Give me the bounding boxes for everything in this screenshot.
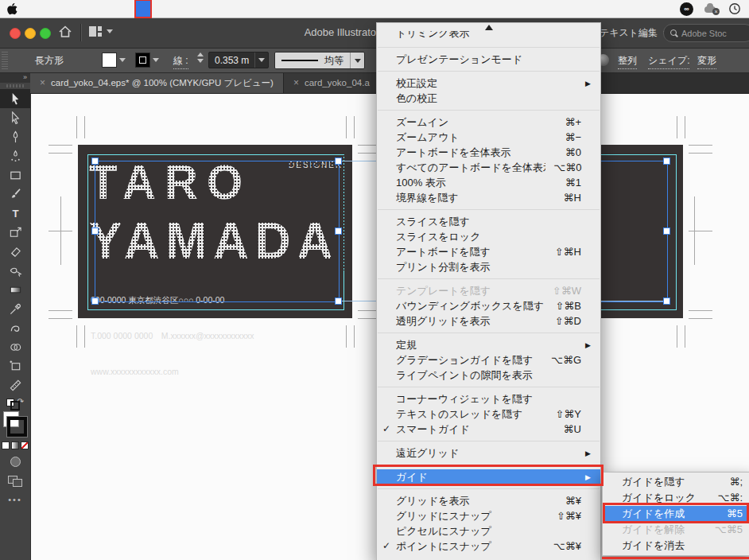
menubar-item[interactable] (72, 0, 87, 18)
panel-grip[interactable] (2, 51, 8, 69)
minimize-window-button[interactable] (25, 28, 36, 39)
time-machine-icon[interactable] (728, 2, 741, 15)
free-transform-tool[interactable] (0, 223, 30, 242)
selection-handle[interactable] (335, 298, 342, 305)
view-menu-item[interactable] (378, 47, 600, 48)
step-up-icon[interactable] (197, 52, 204, 56)
selection-handle[interactable] (335, 228, 342, 235)
selection-handle[interactable] (663, 228, 670, 235)
menubar-item[interactable] (151, 0, 167, 18)
home-button[interactable] (57, 25, 75, 41)
view-menu-item[interactable]: 透明グリッドを表示 ⇧⌘D (377, 313, 600, 329)
view-menu-item[interactable]: 定規 (377, 337, 600, 352)
view-menu-item[interactable]: スライスを隠す (377, 214, 600, 229)
guides-submenu-item[interactable]: ガイドを隠す ⌘; (603, 474, 749, 490)
color-mode-bar[interactable] (0, 439, 30, 452)
apple-menu[interactable] (0, 2, 24, 16)
menu-scroll-up[interactable] (377, 23, 600, 31)
stroke-weight-field[interactable]: 0.353 m (208, 52, 269, 68)
view-menu-item[interactable]: ズームアウト ⌘− (377, 130, 600, 145)
view-menu-item[interactable] (378, 71, 600, 72)
menubar-item[interactable] (87, 0, 103, 18)
adobe-stock-search[interactable]: Adobe Stoc (663, 24, 749, 42)
view-menu-item[interactable]: ライブペイントの隙間を表示 (377, 368, 600, 383)
fill-swatch[interactable] (102, 52, 117, 68)
close-tab-icon[interactable] (293, 77, 299, 88)
selection-tool[interactable] (0, 89, 30, 108)
view-menu-item[interactable]: プレゼンテーションモード (377, 52, 600, 67)
view-menu-item[interactable]: グラデーションガイドを隠す ⌥⌘G (377, 352, 600, 368)
fill-color-control[interactable] (102, 52, 126, 68)
stroke-weight-dropdown[interactable] (254, 52, 268, 68)
view-menu-item[interactable]: 校正設定 (377, 76, 600, 91)
menubar-item[interactable] (135, 0, 151, 18)
menubar-item[interactable] (40, 0, 56, 18)
shaper-tool[interactable] (0, 261, 30, 280)
selection-handle[interactable] (91, 298, 99, 305)
direct-selection-tool[interactable] (0, 108, 30, 127)
menubar-item[interactable] (167, 0, 183, 18)
close-tab-icon[interactable] (40, 77, 45, 88)
guides-submenu-item[interactable]: ガイドを作成 ⌘5 (603, 506, 749, 522)
width-tool[interactable] (0, 318, 30, 337)
close-window-button[interactable] (10, 28, 21, 39)
view-menu-item[interactable]: アートボードを隠す ⇧⌘H (377, 244, 600, 259)
selection-handle[interactable] (91, 228, 99, 235)
panel-grip[interactable] (0, 83, 30, 89)
selection-handle[interactable] (663, 298, 670, 305)
chevron-down-icon[interactable] (153, 58, 159, 62)
guides-submenu-item[interactable]: ガイドを消去 (603, 538, 749, 554)
stroke-color-control[interactable] (135, 52, 159, 68)
step-down-icon[interactable] (197, 59, 204, 63)
document-tab[interactable]: card_yoko_04.a (284, 72, 380, 93)
align-panel-link[interactable]: 整列 (618, 54, 637, 69)
view-menu-item[interactable]: コーナーウィジェットを隠す (377, 391, 600, 406)
menubar-item[interactable] (119, 0, 135, 18)
view-menu-item[interactable] (378, 465, 600, 465)
view-menu-item[interactable] (378, 387, 600, 387)
view-menu-item[interactable]: バウンディングボックスを隠す ⇧⌘B (377, 298, 600, 313)
view-menu-item[interactable]: 遠近グリッド (377, 445, 600, 461)
guides-submenu-item[interactable]: ガイドを解除 ⌥⌘5 (603, 522, 749, 538)
blend-mode-tool[interactable] (0, 452, 30, 471)
selection-handle[interactable] (91, 158, 99, 165)
view-menu-item[interactable]: グリッドにスナップ ⇧⌘¥ (377, 508, 600, 523)
view-menu-item[interactable]: スマートガイド ⌘U (377, 422, 600, 437)
eraser-tool[interactable] (0, 242, 30, 261)
selection-handle[interactable] (663, 158, 670, 165)
eyedropper-tool[interactable] (0, 299, 30, 318)
pen-tool[interactable] (0, 127, 30, 146)
view-menu-item[interactable] (378, 332, 600, 333)
curvature-tool[interactable] (0, 146, 30, 165)
shape-panel-link[interactable]: シェイプ: (648, 54, 689, 69)
creative-cloud-icon[interactable]: ∞ (680, 2, 693, 16)
view-menu-item[interactable]: ガイド (377, 469, 600, 484)
view-menu-item[interactable]: テキストのスレッドを隠す ⇧⌘Y (377, 406, 600, 422)
menubar-item[interactable] (56, 0, 72, 18)
stroke-weight-value[interactable]: 0.353 m (209, 55, 254, 66)
stroke-profile-chevron[interactable] (350, 52, 364, 68)
view-menu-item[interactable] (378, 110, 600, 111)
view-menu-item[interactable]: トリミング表示 (377, 31, 600, 43)
view-menu-item[interactable]: ズームイン ⌘+ (377, 115, 600, 130)
view-menu-item[interactable]: 100% 表示 ⌘1 (377, 175, 600, 190)
paintbrush-tool[interactable] (0, 185, 30, 204)
stroke-swatch[interactable] (135, 52, 150, 68)
stroke-profile-dropdown[interactable]: 均等 (274, 52, 365, 69)
draw-modes[interactable] (0, 471, 30, 490)
swap-fill-stroke[interactable]: ↷ (0, 395, 30, 409)
view-menu-item[interactable]: 色の校正 (377, 91, 600, 106)
view-menu-item[interactable]: テンプレートを隠す ⇧⌘W (377, 283, 600, 298)
guides-submenu-item[interactable]: ガイドをロック ⌥⌘: (603, 490, 749, 506)
view-menu-item[interactable] (378, 209, 600, 210)
menubar-item[interactable] (24, 0, 40, 18)
view-menu-item[interactable] (378, 441, 600, 441)
fill-stroke-indicator[interactable] (0, 409, 30, 439)
more-tools[interactable]: ••• (0, 490, 30, 509)
stroke-weight-stepper[interactable] (197, 52, 204, 63)
view-menu-item[interactable]: 境界線を隠す ⌘H (377, 190, 600, 205)
cloud-sync-icon[interactable]: × (703, 3, 719, 14)
zoom-window-button[interactable] (40, 28, 51, 39)
view-menu-item[interactable]: アートボードを全体表示 ⌘0 (377, 145, 600, 160)
arrange-documents-button[interactable] (89, 26, 113, 37)
